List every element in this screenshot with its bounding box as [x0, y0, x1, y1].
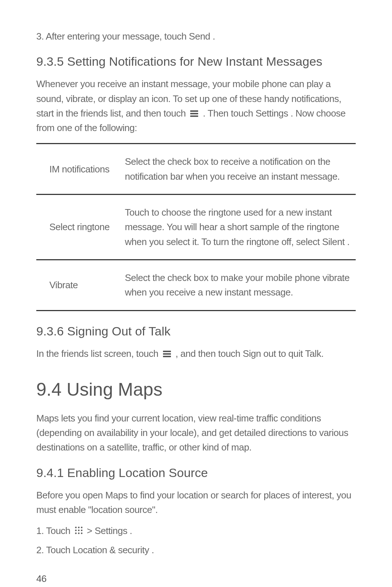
table-row: Vibrate Select the check box to make you… [36, 260, 356, 310]
menu-icon [189, 110, 199, 118]
steps-9-4-1: 1. Touch > Settings . 2. Touch Location … [36, 523, 356, 557]
step-3-text: 3. After entering your message, touch Se… [36, 29, 356, 44]
apps-grid-icon [74, 526, 83, 535]
para-936-after: , and then touch Sign out to quit Talk. [176, 348, 324, 359]
step1-before: 1. Touch [36, 525, 73, 536]
heading-9-4: 9.4 Using Maps [36, 379, 356, 400]
step-2: 2. Touch Location & security . [36, 543, 356, 557]
paragraph-9-3-5: Whenever you receive an instant message,… [36, 77, 356, 135]
desc-select-ringtone: Touch to choose the ringtone used for a … [121, 195, 356, 260]
step-1: 1. Touch > Settings . [36, 523, 356, 538]
svg-point-5 [81, 530, 82, 531]
paragraph-9-4: Maps lets you find your current location… [36, 411, 356, 455]
menu-icon [162, 350, 172, 358]
term-vibrate: Vibrate [36, 260, 121, 310]
svg-point-6 [75, 533, 77, 534]
notification-settings-table: IM notifications Select the check box to… [36, 143, 356, 311]
svg-point-1 [78, 527, 79, 529]
svg-point-3 [75, 530, 77, 531]
svg-point-8 [81, 533, 82, 534]
term-im-notifications: IM notifications [36, 144, 121, 195]
step1-after: > Settings . [87, 525, 132, 536]
heading-9-3-5: 9.3.5 Setting Notifications for New Inst… [36, 54, 356, 69]
table-row: Select ringtone Touch to choose the ring… [36, 195, 356, 260]
page-number: 46 [36, 573, 356, 584]
table-row: IM notifications Select the check box to… [36, 144, 356, 195]
heading-9-4-1: 9.4.1 Enabling Location Source [36, 466, 356, 480]
para-936-before: In the friends list screen, touch [36, 348, 161, 359]
svg-point-7 [78, 533, 79, 534]
svg-point-2 [81, 527, 82, 529]
svg-point-4 [78, 530, 79, 531]
term-select-ringtone: Select ringtone [36, 195, 121, 260]
paragraph-9-3-6: In the friends list screen, touch , and … [36, 346, 356, 361]
paragraph-9-4-1: Before you open Maps to find your locati… [36, 488, 356, 517]
desc-vibrate: Select the check box to make your mobile… [121, 260, 356, 310]
desc-im-notifications: Select the check box to receive a notifi… [121, 144, 356, 195]
heading-9-3-6: 9.3.6 Signing Out of Talk [36, 324, 356, 338]
svg-point-0 [75, 527, 77, 529]
document-page: 3. After entering your message, touch Se… [0, 0, 392, 587]
